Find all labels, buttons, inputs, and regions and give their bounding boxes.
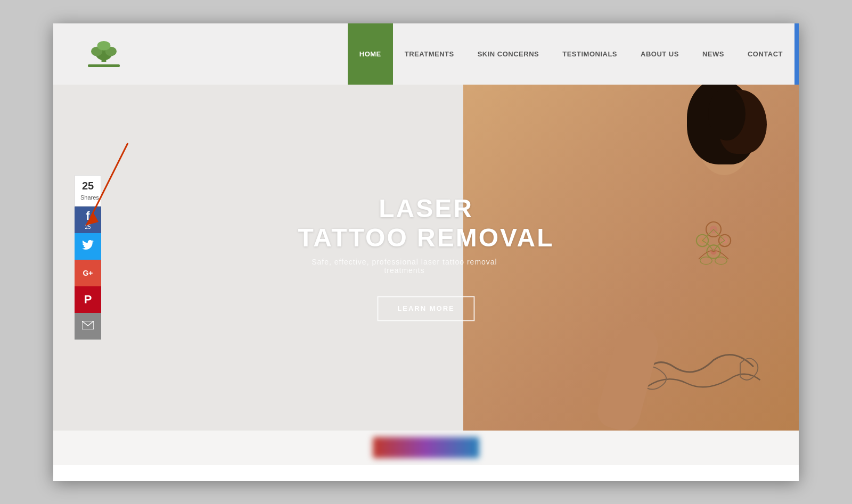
main-nav: HOME TREATMENTS SKIN CONCERNS TESTIMONIA…: [348, 23, 794, 85]
pinterest-share-button[interactable]: P: [75, 286, 101, 313]
hero-cta-button[interactable]: LEARN MORE: [377, 296, 474, 321]
nav-item-treatments[interactable]: TREATMENTS: [393, 23, 466, 85]
twitter-share-button[interactable]: [75, 233, 101, 260]
twitter-icon: [82, 240, 94, 252]
pinterest-icon: P: [84, 293, 92, 307]
hero-title: LASER TATTOO REMOVAL: [298, 194, 554, 252]
hero-text-block: LASER TATTOO REMOVAL Safe, effective, pr…: [298, 194, 554, 321]
footer-blurred-content: [373, 437, 479, 458]
email-icon: [82, 320, 94, 332]
logo-bar: [88, 64, 120, 67]
nav-item-home[interactable]: HOME: [348, 23, 393, 85]
nav-item-skin-concerns[interactable]: SKIN CONCERNS: [466, 23, 551, 85]
share-label: Shares: [80, 194, 99, 201]
google-share-button[interactable]: G+: [75, 260, 101, 286]
nav-item-contact[interactable]: CONTACT: [736, 23, 794, 85]
tattoo-floral: [676, 207, 751, 282]
facebook-count: 25: [85, 224, 91, 230]
google-plus-icon: G+: [83, 269, 93, 277]
social-sidebar: 25 Shares f 25 G+ P: [75, 175, 101, 340]
nav-item-about-us[interactable]: ABOUT US: [629, 23, 691, 85]
nav-item-testimonials[interactable]: TESTIMONIALS: [551, 23, 629, 85]
nav-item-news[interactable]: NEWS: [691, 23, 736, 85]
footer-strip: [53, 431, 799, 465]
logo-area: [53, 41, 122, 67]
browser-window: HOME TREATMENTS SKIN CONCERNS TESTIMONIA…: [53, 23, 799, 481]
header: HOME TREATMENTS SKIN CONCERNS TESTIMONIA…: [53, 23, 799, 85]
share-count-box: 25 Shares: [75, 175, 101, 206]
email-share-button[interactable]: [75, 313, 101, 340]
logo-icon: [85, 41, 122, 62]
hero-section: LASER TATTOO REMOVAL Safe, effective, pr…: [53, 85, 799, 431]
svg-point-13: [700, 257, 712, 264]
facebook-share-button[interactable]: f 25: [75, 206, 101, 233]
facebook-icon: f: [86, 209, 89, 223]
share-number: 25: [80, 180, 95, 192]
svg-point-4: [97, 41, 111, 51]
svg-point-14: [715, 257, 727, 264]
nav-right-bar: [794, 23, 799, 85]
hero-subtitle: Safe, effective, professional laser tatt…: [298, 258, 511, 275]
